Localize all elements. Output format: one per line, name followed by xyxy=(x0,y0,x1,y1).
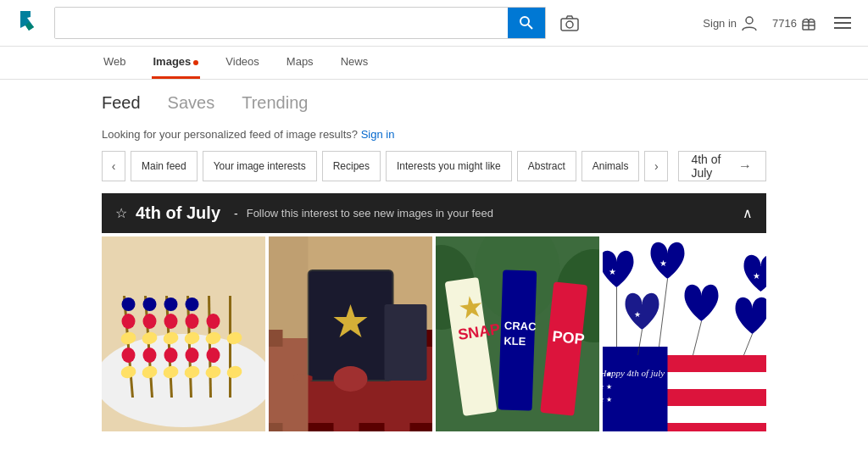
svg-point-49 xyxy=(334,366,368,392)
interest-title: 4th of July xyxy=(136,203,220,223)
svg-point-1 xyxy=(520,17,529,25)
svg-text:POP: POP xyxy=(552,328,586,348)
menu-line-1 xyxy=(834,17,851,19)
nav-tab-videos[interactable]: Videos xyxy=(224,47,261,79)
svg-rect-3 xyxy=(561,19,578,31)
svg-point-25 xyxy=(207,314,220,329)
svg-point-19 xyxy=(164,298,178,311)
signin-prompt: Looking for your personalized feed of im… xyxy=(102,128,766,141)
filter-your-image-interests[interactable]: Your image interests xyxy=(203,151,317,181)
svg-rect-50 xyxy=(385,304,427,381)
nav-tab-images[interactable]: Images xyxy=(152,47,201,79)
sign-in-label: Sign in xyxy=(703,17,737,30)
menu-line-2 xyxy=(834,22,851,24)
interest-pill[interactable]: 4th of July → xyxy=(678,151,766,181)
svg-text:★: ★ xyxy=(609,267,616,276)
interest-header-bar: ☆ 4th of July - Follow this interest to … xyxy=(102,193,766,233)
grid-image-3[interactable]: SNAP CRAC KLE POP xyxy=(436,236,599,431)
main-content: Feed Saves Trending Looking for your per… xyxy=(0,80,868,431)
nav-tab-web[interactable]: Web xyxy=(102,47,128,79)
search-bar-container xyxy=(54,7,546,39)
images-dot xyxy=(193,60,198,65)
svg-point-18 xyxy=(143,298,157,311)
feed-tab-saves[interactable]: Saves xyxy=(168,93,215,118)
svg-text:★: ★ xyxy=(634,310,641,319)
sign-in-button[interactable]: Sign in xyxy=(703,14,759,32)
menu-line-3 xyxy=(834,27,851,29)
svg-line-15 xyxy=(209,296,211,398)
svg-point-22 xyxy=(143,314,157,329)
svg-point-33 xyxy=(143,348,157,363)
filter-next-arrow[interactable]: › xyxy=(644,151,668,181)
svg-text:★ ★ ★ ★: ★ ★ ★ ★ xyxy=(603,383,612,391)
signin-link[interactable]: Sign in xyxy=(361,128,395,141)
rewards-count: 7716 xyxy=(772,17,797,30)
interest-description: Follow this interest to see new images i… xyxy=(247,207,493,220)
filter-row: ‹ Main feed Your image interests Recipes… xyxy=(102,151,766,181)
svg-text:★ ★ ★ ★: ★ ★ ★ ★ xyxy=(603,396,612,403)
filter-prev-arrow[interactable]: ‹ xyxy=(102,151,125,181)
grid-image-4[interactable]: ★ ★ ★ ★ ★ ★ ★ ★ ★ ★ ★ ★ ★ ★ ★ ★ xyxy=(603,236,766,431)
feed-tab-trending[interactable]: Trending xyxy=(242,93,308,118)
svg-point-32 xyxy=(122,348,136,363)
svg-point-5 xyxy=(746,17,753,24)
svg-point-36 xyxy=(207,348,220,363)
svg-text:CRAC: CRAC xyxy=(504,319,537,332)
header: Sign in 7716 xyxy=(0,0,868,47)
bing-logo[interactable] xyxy=(14,8,44,38)
svg-text:Happy 4th of july: Happy 4th of july xyxy=(603,368,665,378)
svg-point-4 xyxy=(566,21,573,28)
nav-tabs: Web Images Videos Maps News xyxy=(0,47,868,80)
interest-pill-label: 4th of July xyxy=(691,153,730,180)
svg-text:★: ★ xyxy=(659,259,667,268)
filter-main-feed[interactable]: Main feed xyxy=(131,151,198,181)
nav-tab-maps[interactable]: Maps xyxy=(285,47,315,79)
filter-animals[interactable]: Animals xyxy=(581,151,640,181)
svg-point-35 xyxy=(186,348,199,363)
camera-button[interactable] xyxy=(556,10,583,36)
svg-text:KLE: KLE xyxy=(504,334,526,348)
search-input[interactable] xyxy=(55,8,508,38)
collapse-button[interactable]: ∧ xyxy=(743,205,753,221)
star-icon: ☆ xyxy=(115,205,127,221)
filter-interests-you-might-like[interactable]: Interests you might like xyxy=(386,151,512,181)
grid-image-1[interactable] xyxy=(102,236,265,431)
feed-tabs: Feed Saves Trending xyxy=(102,93,766,118)
arrow-right-icon: → xyxy=(738,158,752,174)
image-grid: SNAP CRAC KLE POP xyxy=(102,236,766,431)
svg-point-24 xyxy=(186,314,199,329)
svg-line-2 xyxy=(528,25,532,29)
svg-point-17 xyxy=(122,298,136,311)
grid-image-2[interactable] xyxy=(269,236,432,431)
svg-point-34 xyxy=(164,348,178,363)
menu-button[interactable] xyxy=(831,14,854,32)
svg-rect-51 xyxy=(269,236,309,431)
svg-text:★: ★ xyxy=(753,271,760,281)
svg-rect-69 xyxy=(603,347,668,431)
rewards-button[interactable]: 7716 xyxy=(772,14,817,31)
svg-point-20 xyxy=(186,298,199,311)
filter-abstract[interactable]: Abstract xyxy=(517,151,576,181)
interest-header-left: ☆ 4th of July - Follow this interest to … xyxy=(115,203,493,223)
header-right: Sign in 7716 xyxy=(703,14,854,32)
interest-separator: - xyxy=(234,207,238,220)
search-button[interactable] xyxy=(508,8,545,38)
filter-recipes[interactable]: Recipes xyxy=(322,151,381,181)
svg-point-23 xyxy=(164,314,178,329)
feed-tab-feed[interactable]: Feed xyxy=(102,93,141,118)
nav-tab-news[interactable]: News xyxy=(339,47,370,79)
svg-point-21 xyxy=(122,314,136,329)
